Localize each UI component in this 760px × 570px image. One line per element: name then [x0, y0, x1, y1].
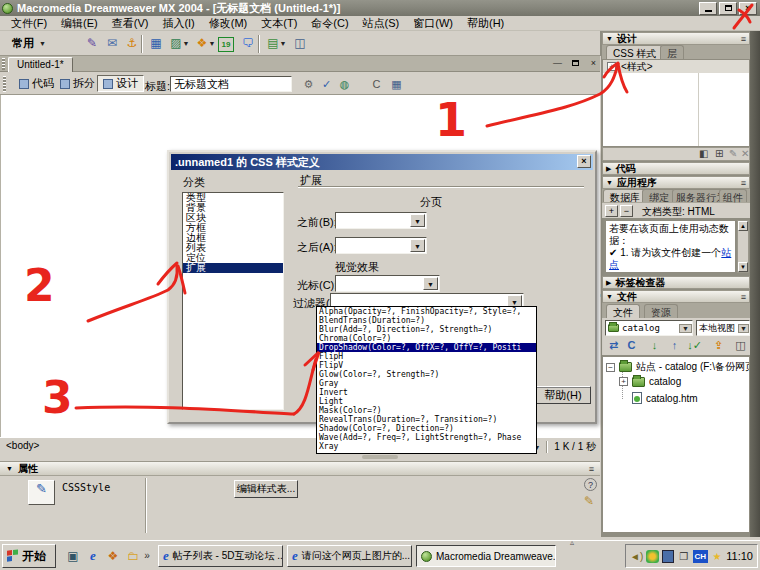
- site-select[interactable]: catalog ▼: [605, 320, 693, 336]
- panel-options-icon[interactable]: ≡: [589, 464, 594, 474]
- filter-option[interactable]: FlipH: [317, 352, 536, 361]
- alert-tray-icon[interactable]: ★: [711, 550, 724, 563]
- connect-icon[interactable]: ⇄: [605, 338, 622, 353]
- view-options-icon[interactable]: ▦: [388, 76, 405, 92]
- chevron-down-icon[interactable]: ▼: [423, 277, 438, 290]
- style-root-row[interactable]: + <样式>: [603, 60, 749, 73]
- chevron-down-icon[interactable]: ▼: [738, 324, 749, 333]
- filter-option[interactable]: Wave(Add=?, Freq=?, LightStrength=?, Pha…: [317, 433, 536, 442]
- document-title-input[interactable]: [170, 76, 292, 92]
- menu-commands[interactable]: 命令(C): [304, 15, 355, 32]
- checkout-icon[interactable]: ↓✓: [686, 338, 703, 353]
- before-select[interactable]: ▼: [335, 212, 427, 229]
- tree-row-site[interactable]: − 站点 - catalog (F:\备份网页: [606, 360, 750, 374]
- dialog-close-icon[interactable]: ×: [577, 155, 591, 168]
- folder-quicklaunch-icon[interactable]: 🗀: [124, 547, 142, 565]
- doc-minimize-icon[interactable]: —: [550, 58, 565, 70]
- dialog-title-bar[interactable]: .unnamed1 的 CSS 样式定义: [171, 154, 593, 170]
- panel-options-icon[interactable]: ≡: [741, 292, 746, 302]
- expand-icon[interactable]: +: [607, 62, 616, 71]
- code-view-button[interactable]: 代码: [14, 75, 59, 92]
- document-tab[interactable]: Untitled-1*: [8, 57, 73, 72]
- restore-button[interactable]: [719, 2, 737, 15]
- tray-collapse-icon[interactable]: ▵: [570, 538, 574, 547]
- expand-panel-icon[interactable]: ◫: [732, 338, 749, 353]
- refresh-view-icon[interactable]: C: [368, 76, 385, 92]
- tab-components[interactable]: 组件: [719, 189, 747, 202]
- get-files-icon[interactable]: ↓: [646, 338, 663, 353]
- filter-option[interactable]: Glow(Color=?, Strength=?): [317, 370, 536, 379]
- scroll-up-icon[interactable]: ▲: [738, 221, 748, 231]
- hyperlink-icon[interactable]: ✎: [82, 35, 102, 53]
- status-tray-icon[interactable]: [646, 550, 659, 563]
- tag-inspector-header[interactable]: ▶ 标签检查器: [602, 276, 750, 289]
- refresh-icon[interactable]: C: [623, 338, 640, 353]
- help-button[interactable]: 帮助(H): [535, 386, 591, 404]
- drag-grip[interactable]: [2, 58, 5, 70]
- category-item-selected[interactable]: 扩展: [183, 263, 283, 273]
- panel-options-icon[interactable]: ≡: [741, 178, 746, 188]
- taskbar-item-dreamweaver[interactable]: Macromedia Dreamweave...: [416, 545, 556, 567]
- filter-option[interactable]: Light: [317, 397, 536, 406]
- code-panel-header[interactable]: ▶ 代码: [602, 162, 750, 175]
- menu-window[interactable]: 窗口(W): [406, 15, 460, 32]
- tab-assets[interactable]: 资源: [644, 304, 678, 318]
- filter-option[interactable]: Alpha(Opacity=?, FinishOpacity=?, Style=…: [317, 307, 536, 316]
- new-style-icon[interactable]: ⊞: [715, 148, 723, 159]
- filter-option[interactable]: Gray: [317, 379, 536, 388]
- file-management-icon[interactable]: ⚙: [300, 76, 317, 92]
- attach-style-icon[interactable]: ◧: [699, 148, 708, 159]
- properties-splitter[interactable]: [0, 453, 600, 461]
- volume-icon[interactable]: ◄): [630, 550, 643, 563]
- remove-icon[interactable]: −: [620, 205, 633, 217]
- menu-edit[interactable]: 编辑(E): [54, 15, 105, 32]
- ime-indicator[interactable]: CH: [693, 550, 708, 563]
- email-link-icon[interactable]: ✉: [102, 35, 122, 53]
- tree-row-file[interactable]: catalog.htm: [632, 392, 698, 404]
- menu-view[interactable]: 查看(V): [105, 15, 156, 32]
- drag-grip[interactable]: [3, 76, 6, 92]
- view-select[interactable]: 本地视图 ▼: [696, 320, 750, 336]
- quicklaunch-overflow-icon[interactable]: »: [142, 547, 152, 565]
- app-quicklaunch-icon[interactable]: ❖: [104, 547, 122, 565]
- filter-option[interactable]: Blur(Add=?, Direction=?, Strength=?): [317, 325, 536, 334]
- design-panel-header[interactable]: ▼ 设计 ≡: [602, 32, 750, 45]
- chevron-down-icon[interactable]: ▼: [679, 324, 692, 333]
- tree-row-folder[interactable]: + catalog: [619, 376, 681, 387]
- quick-edit-icon[interactable]: ✎: [584, 494, 594, 508]
- tab-bindings[interactable]: 绑定: [642, 189, 676, 202]
- filter-option-selected[interactable]: DropShadow(Color=?, OffX=?, OffY=?, Posi…: [317, 343, 536, 352]
- server-icon[interactable]: ◫: [290, 35, 310, 53]
- filter-option[interactable]: RevealTrans(Duration=?, Transition=?): [317, 415, 536, 424]
- splitter-grab-handle[interactable]: [362, 455, 398, 459]
- doc-close-icon[interactable]: ×: [586, 58, 601, 70]
- comment-icon[interactable]: 🗨: [238, 35, 258, 53]
- table-icon[interactable]: ▦: [146, 35, 166, 53]
- doc-restore-icon[interactable]: [568, 58, 583, 70]
- insertbar-category-button[interactable]: 常用▼: [6, 35, 52, 52]
- date-icon[interactable]: 19: [218, 37, 234, 52]
- tag-selector[interactable]: <body>: [6, 440, 39, 451]
- filter-option[interactable]: BlendTrans(Duration=?): [317, 316, 536, 325]
- check-browser-icon[interactable]: ✓: [318, 76, 335, 92]
- filter-option[interactable]: Invert: [317, 388, 536, 397]
- files-panel-header[interactable]: ▼ 文件 ≡: [602, 290, 750, 303]
- minimize-button[interactable]: [699, 2, 717, 15]
- tab-layers[interactable]: 层: [660, 45, 684, 59]
- design-view-button[interactable]: 设计: [97, 75, 144, 92]
- filter-option[interactable]: Mask(Color=?): [317, 406, 536, 415]
- menu-text[interactable]: 文本(T): [254, 15, 304, 32]
- monitor-tray-icon[interactable]: [662, 550, 675, 563]
- panel-options-icon[interactable]: ≡: [741, 34, 746, 44]
- scroll-down-icon[interactable]: ▼: [738, 262, 748, 272]
- ie-quicklaunch-icon[interactable]: e: [84, 547, 102, 565]
- preview-debug-icon[interactable]: ◍: [336, 76, 353, 92]
- tab-css-styles[interactable]: CSS 样式: [606, 45, 663, 59]
- network-tray-icon[interactable]: ❐: [677, 550, 690, 563]
- expand-box-icon[interactable]: +: [619, 377, 628, 386]
- hint-scrollbar[interactable]: ▲ ▼: [737, 220, 749, 273]
- split-view-button[interactable]: 拆分: [55, 75, 100, 92]
- tab-files[interactable]: 文件: [606, 304, 640, 318]
- delete-style-icon[interactable]: ✕: [741, 148, 749, 159]
- menu-site[interactable]: 站点(S): [356, 15, 407, 32]
